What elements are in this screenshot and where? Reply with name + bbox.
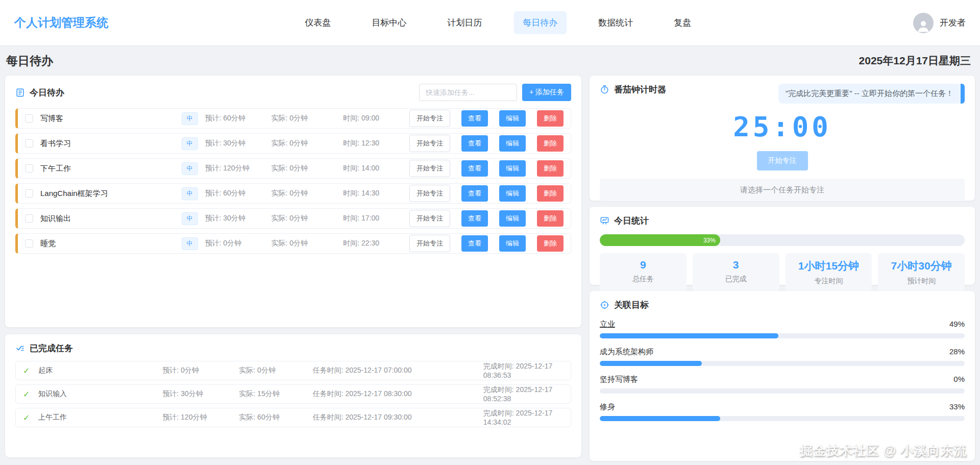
task-checkbox[interactable]: [25, 164, 33, 173]
priority-badge: 中: [182, 187, 198, 200]
delete-button[interactable]: 删除: [537, 235, 564, 252]
completed-name: 知识输入: [38, 389, 162, 399]
edit-button[interactable]: 编辑: [499, 160, 526, 177]
green-check-icon: ✓: [23, 389, 31, 399]
task-estimate: 预计: 60分钟: [205, 189, 272, 198]
goal-name[interactable]: 立业: [600, 320, 615, 329]
view-button[interactable]: 查看: [461, 235, 488, 252]
completed-actual: 实际: 60分钟: [239, 413, 312, 422]
nav-item[interactable]: 每日待办: [513, 11, 567, 34]
pomodoro-start-button[interactable]: 开始专注: [757, 151, 808, 170]
day-progress-fill: 33%: [600, 234, 720, 246]
nav-item[interactable]: 目标中心: [362, 11, 415, 34]
stat-label: 已完成: [696, 275, 776, 284]
today-todo-card: 今日待办 + 添加任务 写博客 中 预计: 60分钟 实际: 0分钟 时间: [5, 76, 581, 327]
completed-name: 上午工作: [38, 413, 162, 422]
edit-button[interactable]: 编辑: [499, 135, 526, 152]
task-checkbox[interactable]: [25, 189, 33, 198]
target-icon: [600, 300, 609, 310]
edit-button[interactable]: 编辑: [499, 235, 526, 252]
task-checkbox[interactable]: [25, 114, 33, 123]
task-checkbox[interactable]: [25, 139, 33, 148]
delete-button[interactable]: 删除: [537, 110, 564, 127]
start-focus-button[interactable]: 开始专注: [409, 235, 450, 252]
task-time: 时间: 22:30: [343, 239, 409, 248]
add-task-button[interactable]: + 添加任务: [522, 84, 571, 101]
user-avatar-icon: [913, 13, 934, 33]
stat-value: 3: [696, 259, 776, 271]
stat-box: 7小时30分钟 预计时间: [878, 253, 965, 291]
delete-button[interactable]: 删除: [537, 185, 564, 202]
stat-grid: 9 总任务 3 已完成 1小时15分钟 专注时间 7小时30分钟: [600, 253, 965, 291]
completed-name: 起床: [38, 366, 162, 375]
delete-button[interactable]: 删除: [537, 135, 564, 152]
stat-value: 7小时30分钟: [881, 259, 962, 273]
view-button[interactable]: 查看: [461, 135, 488, 152]
view-button[interactable]: 查看: [461, 210, 488, 227]
task-row: 看书学习 中 预计: 30分钟 实际: 0分钟 时间: 12:30 开始专注 查…: [15, 133, 571, 154]
delete-button[interactable]: 删除: [537, 160, 564, 177]
green-check-icon: ✓: [23, 366, 31, 376]
completed-estimate: 预计: 0分钟: [162, 366, 239, 375]
user-name: 开发者: [940, 17, 966, 29]
task-name: LangChain框架学习: [40, 189, 182, 199]
task-checkbox[interactable]: [25, 239, 33, 248]
nav-item[interactable]: 计划日历: [438, 11, 491, 34]
completed-actual: 实际: 15分钟: [239, 389, 312, 399]
main-nav: 仪表盘 目标中心 计划日历 每日待办 数据统计 复盘: [296, 0, 700, 45]
goal-progress-fill: [600, 333, 778, 338]
delete-button[interactable]: 删除: [537, 210, 564, 227]
quick-add-input[interactable]: [419, 84, 517, 101]
task-estimate: 预计: 0分钟: [205, 239, 272, 248]
task-actual: 实际: 0分钟: [271, 114, 343, 123]
task-estimate: 预计: 30分钟: [205, 214, 272, 223]
pomodoro-hint: 请选择一个任务开始专注: [600, 179, 965, 201]
stat-value: 1小时15分钟: [789, 259, 869, 273]
start-focus-button[interactable]: 开始专注: [409, 135, 450, 152]
nav-item[interactable]: 数据统计: [589, 11, 642, 34]
view-button[interactable]: 查看: [461, 185, 488, 202]
completed-row: ✓ 上午工作 预计: 120分钟 实际: 60分钟 任务时间: 2025-12-…: [15, 408, 571, 427]
goal-progress-fill: [600, 416, 720, 421]
view-button[interactable]: 查看: [461, 110, 488, 127]
todo-list-icon: [15, 88, 25, 97]
task-actual: 实际: 0分钟: [271, 189, 343, 198]
quote-text: "完成比完美更重要" -- 立即开始你的第一个任务！: [778, 84, 961, 104]
watermark: 掘金技术社区 @ 小溪向东流: [800, 442, 967, 459]
completed-done-time: 完成时间: 2025-12-17 08:36:53: [483, 362, 564, 379]
todo-card-title: 今日待办: [30, 87, 64, 99]
app-logo[interactable]: 个人计划管理系统: [14, 15, 108, 31]
goal-name[interactable]: 坚持写博客: [600, 375, 638, 384]
edit-button[interactable]: 编辑: [499, 185, 526, 202]
edit-button[interactable]: 编辑: [499, 110, 526, 127]
view-button[interactable]: 查看: [461, 160, 488, 177]
priority-badge: 中: [182, 162, 198, 175]
task-row: 知识输出 中 预计: 30分钟 实际: 0分钟 时间: 17:00 开始专注 查…: [15, 208, 571, 229]
start-focus-button[interactable]: 开始专注: [409, 185, 450, 202]
task-actual: 实际: 0分钟: [271, 214, 343, 223]
edit-button[interactable]: 编辑: [499, 210, 526, 227]
task-name: 看书学习: [40, 139, 182, 149]
stat-box: 1小时15分钟 专注时间: [786, 253, 872, 291]
page-date: 2025年12月17日星期三: [859, 54, 971, 68]
task-time: 时间: 17:00: [343, 214, 409, 223]
goal-name[interactable]: 成为系统架构师: [600, 347, 653, 357]
goal-item: 坚持写博客 0%: [600, 375, 965, 394]
goal-percent: 33%: [949, 402, 965, 411]
nav-item[interactable]: 复盘: [665, 11, 700, 34]
start-focus-button[interactable]: 开始专注: [409, 110, 450, 127]
start-focus-button[interactable]: 开始专注: [409, 160, 450, 177]
goal-progress-bar: [600, 388, 965, 394]
goal-name[interactable]: 修身: [600, 402, 615, 412]
person-icon: [916, 18, 931, 33]
pomodoro-card: 番茄钟计时器 "完成比完美更重要" -- 立即开始你的第一个任务！ 25:00 …: [590, 76, 975, 201]
user-menu[interactable]: 开发者: [913, 13, 966, 33]
task-actual: 实际: 0分钟: [271, 139, 343, 148]
task-checkbox[interactable]: [25, 214, 33, 223]
day-progress-label: 33%: [703, 237, 716, 244]
pomodoro-card-title: 番茄钟计时器: [614, 84, 666, 95]
stats-card-header: 今日统计: [600, 215, 965, 227]
goal-percent: 28%: [949, 347, 965, 356]
nav-item[interactable]: 仪表盘: [296, 11, 340, 34]
start-focus-button[interactable]: 开始专注: [409, 210, 450, 227]
